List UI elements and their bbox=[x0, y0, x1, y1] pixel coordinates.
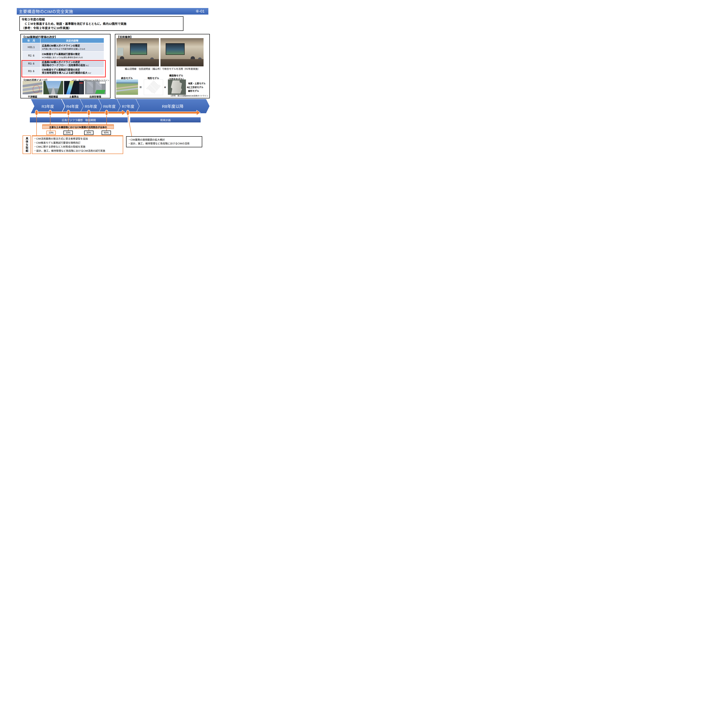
side-label-concrete-actions: 具体な取組 bbox=[23, 135, 31, 154]
table-row: H31.1 広島県CIM導入ガイドラインの策定 ※円滑に導入できるよう作業手順等… bbox=[22, 43, 104, 51]
chevron-r8-onward: R8年度以降 bbox=[136, 99, 210, 113]
other-models-list: 地質・土質モデル 土工形状モデル 線形モデル bbox=[188, 82, 210, 93]
integrated-model-image bbox=[116, 79, 138, 95]
row-date: R3. 6 bbox=[22, 60, 40, 67]
col-header-content: 改定内容等 bbox=[41, 38, 104, 43]
action-item: ・CIM業務の適用範囲の拡大検討 bbox=[128, 138, 200, 142]
percent-box-10: 10% bbox=[46, 131, 56, 135]
page-title: 主要構造物のCIMの完全実施 bbox=[19, 8, 73, 14]
reference-note: ※参考：国土交通省BIM/CIM活用ガイドライン bbox=[170, 94, 208, 97]
row-suffix: など bbox=[88, 72, 91, 74]
summary-line-2: ＣＩＭを推進するため，制度・基準類を改訂するとともに，県内12箇所で実施 bbox=[21, 22, 181, 26]
action-item: ・CIMに関する研修など人材育成の取組を実施 bbox=[34, 145, 121, 149]
row-suffix: など bbox=[86, 65, 89, 66]
case-panel: 【活用事例】 福山沼隈線 住民説明会（福山市）で統合モデルを活用（R2年度実施）… bbox=[115, 34, 210, 98]
slide-canvas: 主要構造物のCIMの完全実施 ⑥-01 令和３年度の取組 ＣＩＭを推進するため，… bbox=[0, 0, 225, 159]
row-note: ※円滑に導入できるよう作業手順等を記載したもの bbox=[42, 47, 102, 50]
header-bar: 主要構造物のCIMの完全実施 ⑥-01 bbox=[17, 8, 208, 15]
row-main: 広島県CIM導入ガイドラインの改定 bbox=[42, 61, 102, 64]
thumb-sight-distance bbox=[43, 81, 63, 94]
row-main: 広島県CIM導入ガイドラインの策定 bbox=[42, 44, 102, 47]
summary-line-3: （参考：令和２年度までに10件実施） bbox=[21, 26, 181, 31]
thumb-earthwork-volume bbox=[64, 81, 84, 94]
thumb-caption: 土量算出 bbox=[64, 95, 84, 98]
projector-screen bbox=[130, 43, 147, 55]
summary-box: 令和３年度の取組 ＣＩＭを推進するため，制度・基準類を改訂するとともに，県内12… bbox=[19, 16, 184, 31]
label-integrated-model: 統合モデル bbox=[117, 76, 137, 80]
projector-screen bbox=[166, 43, 185, 55]
chevron-r6: R6年度 bbox=[99, 99, 120, 113]
actions-box-future: ・CIM業務の適用範囲の拡大検討 ・設計，施工，維持管理など各段階におけるCIM… bbox=[126, 136, 202, 147]
thumb-caption: 出来形管理 bbox=[85, 95, 106, 98]
row-sub: 受注者希望型を導入による試行範囲の拡大など bbox=[42, 71, 102, 74]
bar-future-plan: 将来計画 bbox=[130, 118, 200, 122]
row-sub: 項目毎のワークフロー・活用事例の追加など bbox=[42, 64, 102, 67]
summary-line-1: 令和３年度の取組 bbox=[21, 17, 181, 22]
percent-box-20: 20% bbox=[63, 131, 73, 135]
photo-caption: 福山沼隈線 住民説明会（福山市）で統合モデルを活用（R2年度実施） bbox=[115, 67, 210, 70]
bar-digifra-period: 広島デジフラ構想 取組期間 bbox=[30, 118, 128, 122]
table-row: R2. 6 CIM推進モデル業務試行要領の策定 ※CIM推進にあたっての必要な事… bbox=[22, 52, 104, 60]
table-row-highlighted: R3. 6 広島県CIM導入ガイドラインの改定 項目毎のワークフロー・活用事例の… bbox=[22, 60, 104, 67]
row-date: R3. 6 bbox=[22, 68, 40, 75]
label-terrain-model: 地形モデル bbox=[144, 76, 163, 80]
row-main: CIM推進モデル業務試行要領の改定 bbox=[42, 68, 102, 71]
action-item: ・設計，施工，維持管理など各段階におけるCIMの活用 bbox=[128, 142, 200, 145]
meeting-photo-2 bbox=[161, 38, 203, 66]
chevron-r5: R5年度 bbox=[80, 99, 102, 113]
col-header-date: 年 月 bbox=[22, 38, 40, 43]
alert-circle-icon bbox=[33, 85, 40, 93]
percent-box-60: 60% bbox=[102, 131, 111, 135]
thumb-asbuilt-management bbox=[85, 81, 106, 94]
actions-box-current: ・CIM活用業務の発注方式に受注者希望型を追加 ・CIM推進モデル業務試行要領を… bbox=[32, 135, 123, 154]
action-item: ・設計，施工，維持管理など各段階におけるCIM活用の試行実施 bbox=[34, 149, 121, 153]
meeting-photo-1 bbox=[116, 38, 159, 66]
row-date: R2. 6 bbox=[22, 52, 40, 60]
cim-usage-ratio-note: 主要な土木構造物におけるCIM業務の活用割合が全体の bbox=[42, 124, 114, 129]
row-note: ※CIM推進にあたっての必要な事項を定めたもの bbox=[42, 56, 102, 59]
terrain-model-image bbox=[144, 79, 163, 95]
thumb-caption: 視距確認 bbox=[43, 95, 63, 98]
revision-table: 年 月 改定内容等 H31.1 広島県CIM導入ガイドラインの策定 ※円滑に導入… bbox=[22, 38, 104, 75]
equals-sign: = bbox=[139, 85, 142, 90]
page-number: ⑥-01 bbox=[196, 9, 205, 14]
structure-model-image bbox=[168, 79, 186, 95]
table-header-row: 年 月 改定内容等 bbox=[22, 38, 104, 43]
chevron-r4: R4年度 bbox=[62, 99, 83, 113]
revision-panel: 【CIM業務試行要領の改定】 年 月 改定内容等 H31.1 広島県CIM導入ガ… bbox=[20, 34, 110, 98]
thumb-interference-check bbox=[23, 81, 42, 94]
row-main: CIM推進モデル業務試行要領の策定 bbox=[42, 53, 102, 56]
table-row-highlighted: R3. 6 CIM推進モデル業務試行要領の改定 受注者希望型を導入による試行範囲… bbox=[22, 68, 104, 75]
chevron-r7: R7年度 bbox=[117, 99, 139, 113]
thumb-caption: 干渉確認 bbox=[23, 95, 42, 98]
plus-sign: + bbox=[164, 85, 166, 90]
action-item: ・CIM活用業務の発注方式に受注者希望型を追加 bbox=[34, 137, 121, 141]
row-date: H31.1 bbox=[22, 43, 40, 51]
percent-box-30: 30% bbox=[84, 131, 93, 135]
action-item: ・CIM推進モデル業務試行要領を随時改訂 bbox=[34, 141, 121, 145]
chevron-r3: R3年度 bbox=[31, 99, 65, 113]
